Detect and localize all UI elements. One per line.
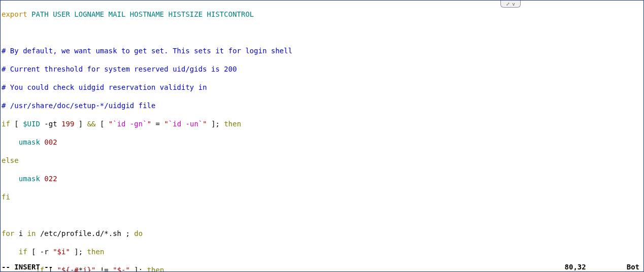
code-line: for i in /etc/profile.d/*.sh ; do xyxy=(2,229,642,238)
code-line: # /usr/share/doc/setup-*/uidgid file xyxy=(2,101,642,110)
code-line: # Current threshold for system reserved … xyxy=(2,64,642,74)
dropdown-icon: v xyxy=(512,0,515,9)
code-line xyxy=(2,211,642,220)
code-line: if [ -r "$i" ]; then xyxy=(2,247,642,256)
window-control-remnant: ⤢ v xyxy=(500,1,521,8)
code-line: if [ $UID -gt 199 ] && [ "`id -gn`" = "`… xyxy=(2,119,642,128)
code-line: export PATH USER LOGNAME MAIL HOSTNAME H… xyxy=(2,10,642,19)
code-line: else xyxy=(2,156,642,165)
cursor-position: 80,32 xyxy=(565,262,627,271)
code-line: umask 002 xyxy=(2,138,642,147)
expand-icon: ⤢ xyxy=(506,0,510,9)
vim-editor-content[interactable]: export PATH USER LOGNAME MAIL HOSTNAME H… xyxy=(1,1,643,272)
vim-status-bar: -- INSERT -- 80,32 Bot xyxy=(1,262,643,271)
code-line: fi xyxy=(2,192,642,201)
code-line: # By default, we want umask to get set. … xyxy=(2,46,642,55)
code-line: # You could check uidgid reservation val… xyxy=(2,83,642,92)
code-line: umask 022 xyxy=(2,174,642,183)
code-line xyxy=(2,28,642,37)
scroll-position: Bot xyxy=(627,262,642,271)
vim-mode-indicator: -- INSERT -- xyxy=(2,262,53,271)
